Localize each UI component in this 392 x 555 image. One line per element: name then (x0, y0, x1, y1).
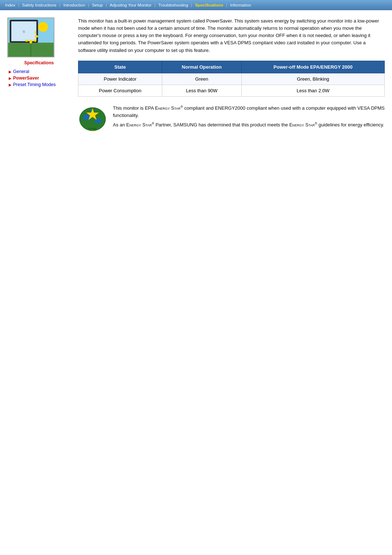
table-cell-consumption-poweroff: Less than 2.0W (241, 85, 384, 96)
arrow-icon-preset: ▶ (9, 83, 12, 87)
nav-setup[interactable]: Setup (89, 3, 106, 7)
table-cell-consumption-label: Power Consumption (78, 85, 162, 96)
sidebar: S Specifications ▶ General ▶ PowerSaver … (7, 17, 71, 132)
nav-introduction[interactable]: Introduction (60, 3, 88, 7)
arrow-icon-powersaver: ▶ (9, 76, 12, 80)
energy-star-brand3: Energy Star (289, 122, 315, 128)
table-header-poweroff: Power-off Mode EPA/ENERGY 2000 (241, 61, 384, 73)
table-row: Power Consumption Less than 90W Less tha… (78, 85, 385, 96)
table-row: Power Indicator Green Green, Blinking (78, 73, 385, 85)
energy-star-section: energy ★ This monitor is EPA Energy Star… (78, 105, 385, 132)
main-container: S Specifications ▶ General ▶ PowerSaver … (0, 10, 392, 139)
energy-star-line1: This monitor is EPA Energy Star® complia… (113, 105, 385, 119)
table-cell-indicator-label: Power Indicator (78, 73, 162, 85)
nav-information[interactable]: Information (227, 3, 254, 7)
sidebar-item-general[interactable]: ▶ General (9, 69, 71, 74)
table-cell-indicator-normal: Green (162, 73, 241, 85)
nav-troubleshooting[interactable]: Troubleshooting (155, 3, 191, 7)
energy-star-logo: energy ★ (78, 105, 107, 132)
energy-star-text: This monitor is EPA Energy Star® complia… (113, 105, 385, 129)
sidebar-link-general[interactable]: General (13, 69, 29, 74)
table-cell-indicator-poweroff: Green, Blinking (241, 73, 384, 85)
svg-text:energy: energy (89, 127, 97, 130)
energy-star-brand1: Energy Star (155, 105, 180, 111)
nav-adjusting[interactable]: Adjusting Your Monitor (107, 3, 154, 7)
sidebar-nav: ▶ General ▶ PowerSaver ▶ Preset Timing M… (7, 69, 71, 87)
sidebar-item-preset[interactable]: ▶ Preset Timing Modes (9, 82, 71, 87)
registered-mark-1: ® (180, 105, 183, 109)
power-table: State Normal Operation Power-off Mode EP… (78, 61, 385, 97)
energy-star-line2: As an Energy Star® Partner, SAMSUNG has … (113, 121, 385, 129)
sidebar-link-powersaver[interactable]: PowerSaver (13, 76, 39, 81)
svg-text:S: S (23, 29, 25, 33)
sidebar-section-label: Specifications (7, 60, 71, 65)
nav-safety[interactable]: Safety Instructions (19, 3, 60, 7)
energy-star-brand2: Energy Star (126, 122, 152, 128)
table-cell-consumption-normal: Less than 90W (162, 85, 241, 96)
table-header-normal: Normal Operation (162, 61, 241, 73)
sidebar-link-preset[interactable]: Preset Timing Modes (13, 82, 56, 87)
arrow-icon-general: ▶ (9, 70, 12, 74)
registered-mark-2: ® (152, 122, 154, 125)
table-header-state: State (78, 61, 162, 73)
registered-mark-3: ® (315, 122, 317, 125)
sidebar-item-powersaver[interactable]: ▶ PowerSaver (9, 76, 71, 81)
sidebar-logo: S (7, 17, 54, 57)
svg-point-2 (38, 22, 48, 32)
content-area: This monitor has a built-in power manage… (78, 17, 385, 132)
nav-specifications[interactable]: Specifications (192, 3, 226, 7)
nav-index[interactable]: Index (2, 3, 18, 7)
navbar: Index | Safety Instructions | Introducti… (0, 0, 392, 10)
intro-paragraph: This monitor has a built-in power manage… (78, 17, 385, 54)
